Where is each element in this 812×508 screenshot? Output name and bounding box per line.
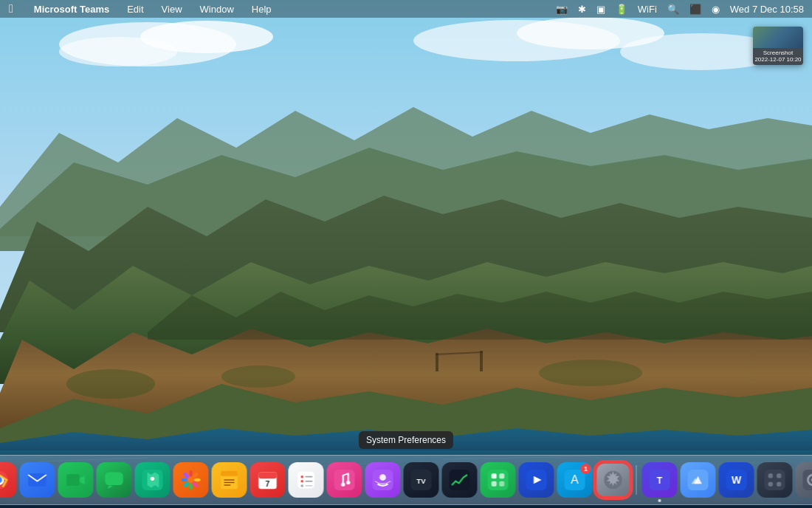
svg-point-73	[301, 484, 304, 487]
datetime: Wed 7 Dec 10:58	[728, 4, 806, 15]
svg-rect-105	[777, 482, 781, 487]
bluetooth-icon[interactable]: ✱	[576, 4, 588, 15]
svg-point-53	[189, 483, 192, 490]
battery-icon[interactable]: 🔋	[613, 4, 630, 15]
svg-point-77	[346, 481, 350, 484]
dock-item-teams[interactable]: T	[642, 462, 678, 498]
svg-rect-87	[499, 481, 504, 487]
menu-view[interactable]: View	[159, 2, 185, 16]
svg-rect-101	[765, 470, 785, 490]
svg-rect-104	[768, 482, 773, 487]
svg-text:W: W	[732, 474, 742, 486]
dock-item-photos[interactable]	[173, 462, 209, 498]
search-icon[interactable]: 🔍	[665, 4, 681, 15]
dock-item-messages[interactable]	[97, 462, 132, 498]
dock-item-system-preferences[interactable]	[596, 462, 631, 498]
dock-item-facetime[interactable]	[58, 462, 94, 498]
screenshot-thumb-label: Screenshot2022-12-07 10:20	[753, 48, 803, 65]
app-name[interactable]: Microsoft Teams	[31, 2, 112, 16]
menu-edit[interactable]: Edit	[124, 2, 146, 16]
desktop-background	[0, 0, 812, 508]
svg-rect-75	[334, 470, 355, 490]
dock-item-calendar[interactable]: 7	[250, 462, 286, 498]
dock-item-maps[interactable]	[135, 462, 171, 498]
svg-rect-82	[450, 470, 470, 490]
dock-item-appletv[interactable]: TV	[404, 462, 439, 498]
svg-rect-86	[492, 481, 497, 487]
menubar-left:  Microsoft Teams Edit View Window Help	[6, 1, 275, 17]
app-store-badge: 1	[581, 464, 591, 474]
svg-point-52	[189, 470, 192, 477]
svg-point-69	[301, 476, 304, 478]
svg-rect-102	[768, 473, 773, 478]
dock-item-mail[interactable]	[20, 462, 55, 498]
svg-marker-46	[80, 476, 85, 484]
svg-rect-44	[28, 473, 47, 487]
svg-point-55	[194, 478, 201, 481]
dock-item-word[interactable]: W	[719, 462, 754, 498]
dock-separator	[636, 465, 637, 495]
svg-rect-20	[436, 353, 438, 371]
svg-rect-21	[480, 351, 483, 371]
apple-menu[interactable]: 	[6, 1, 16, 17]
dock: 7 TV A 1	[0, 455, 812, 505]
dock-item-preview[interactable]	[681, 462, 716, 498]
camera-icon[interactable]: 📷	[554, 4, 570, 15]
svg-rect-83	[488, 470, 509, 490]
svg-text:A: A	[571, 473, 579, 486]
svg-point-54	[181, 478, 187, 481]
svg-point-50	[151, 477, 154, 481]
dock-item-podcasts[interactable]	[365, 462, 401, 498]
svg-point-76	[341, 483, 345, 487]
cast-icon[interactable]: ⬛	[687, 4, 703, 15]
svg-rect-103	[777, 473, 781, 478]
svg-text:TV: TV	[416, 477, 426, 485]
svg-rect-66	[258, 473, 277, 479]
svg-point-24	[221, 365, 295, 388]
dock-item-appstore[interactable]: A 1	[557, 462, 593, 498]
menu-window[interactable]: Window	[197, 2, 237, 16]
wifi-icon[interactable]: WiFi	[636, 4, 659, 15]
svg-rect-47	[105, 473, 123, 486]
screenshot-thumbnail[interactable]: Screenshot2022-12-07 10:20	[753, 27, 803, 65]
dock-item-imovie[interactable]	[519, 462, 554, 498]
menu-help[interactable]: Help	[249, 2, 275, 16]
svg-text:7: 7	[266, 479, 270, 488]
dock-item-reminders[interactable]	[289, 462, 324, 498]
dock-item-numbers[interactable]	[481, 462, 516, 498]
svg-rect-85	[499, 473, 504, 478]
dock-item-notes[interactable]	[212, 462, 247, 498]
desktop:  Microsoft Teams Edit View Window Help …	[0, 0, 812, 508]
svg-marker-48	[108, 485, 113, 489]
svg-point-79	[379, 474, 386, 481]
svg-point-25	[539, 360, 642, 386]
svg-point-23	[66, 369, 155, 399]
dock-item-music[interactable]	[327, 462, 362, 498]
dock-item-prefs2[interactable]	[796, 462, 813, 498]
svg-rect-84	[492, 473, 497, 478]
display-icon[interactable]: ▣	[594, 4, 608, 15]
svg-point-71	[301, 480, 304, 483]
svg-rect-61	[221, 471, 238, 476]
menubar-right: 📷 ✱ ▣ 🔋 WiFi 🔍 ⬛ ◉ Wed 7 Dec 10:58	[554, 4, 806, 15]
svg-point-3	[59, 37, 177, 66]
siri-icon[interactable]: ◉	[709, 4, 722, 15]
dock-item-chrome[interactable]	[0, 462, 17, 498]
dock-item-stocks[interactable]	[442, 462, 478, 498]
screenshot-thumb-image	[753, 27, 803, 48]
dock-item-control[interactable]	[757, 462, 793, 498]
svg-rect-45	[66, 474, 80, 486]
svg-text:T: T	[657, 476, 663, 486]
menubar:  Microsoft Teams Edit View Window Help …	[0, 0, 812, 18]
